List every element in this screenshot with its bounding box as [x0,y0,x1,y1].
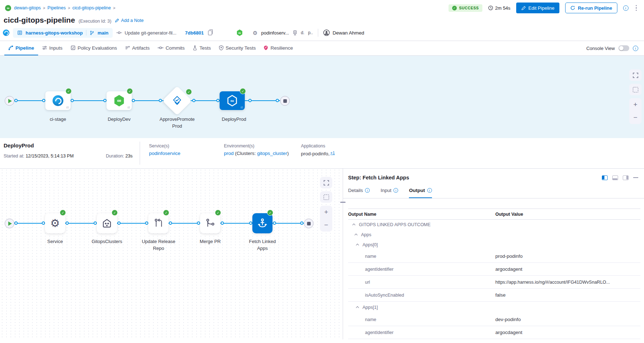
tab-artifacts[interactable]: Artifacts [121,41,154,55]
panel-divider[interactable] [343,169,343,339]
environment-short-1[interactable]: d. [301,30,305,35]
connector-dot [103,99,107,102]
panel-resize-handle[interactable] [340,202,346,203]
tab-pipeline[interactable]: Pipeline [4,41,38,55]
commits-icon [158,46,163,50]
info-icon[interactable]: i [393,188,398,193]
connector-dot [249,221,252,225]
output-row: name dev-podinfo [348,313,640,326]
console-view-label: Console View [586,46,615,51]
chevron-up-icon[interactable] [356,243,359,246]
step-canvas-controls: + − [320,177,332,232]
cluster-link[interactable]: gitops_cluster [257,151,287,156]
output-key: name [348,317,495,322]
info-icon[interactable]: i [633,46,638,51]
tab-inputs[interactable]: Inputs [38,41,67,55]
zoom-controls: + − [320,206,332,232]
output-value-url-link[interactable]: https://app.harness.io/ng/#/account/IFG4… [495,280,640,285]
layout-split-bottom-icon[interactable] [612,175,618,180]
info-icon[interactable]: i [623,5,629,11]
execution-id: (Execution Id: 3) [78,19,111,24]
rerun-pipeline-button[interactable]: Re-run Pipeline [565,3,617,13]
step-node-service[interactable]: ⚙ [45,213,65,233]
tab-resilience[interactable]: Resilience [260,41,297,55]
fullscreen-button[interactable] [629,69,641,81]
service-link[interactable]: podinfoservice [149,151,180,156]
tab-tests[interactable]: Tests [189,41,215,55]
fit-selection-button[interactable] [629,84,641,95]
applications-more-link[interactable]: +1 [330,151,335,155]
output-value: false [495,292,640,298]
tab-details[interactable]: Details i [348,183,370,198]
repo-name[interactable]: harness-gitops-workshop [26,30,83,36]
step-node-merge-pr[interactable] [200,213,220,233]
execution-duration: 2m 54s [488,5,510,11]
commit-sha[interactable]: 7db6801 [185,30,204,36]
step-node-gitopsclusters[interactable] [97,213,117,233]
chevron-up-icon[interactable] [352,223,355,226]
column-output-value: Output Value [495,212,640,217]
tab-security-tests[interactable]: Security Tests [215,41,260,55]
gitops-hexagon-icon: ∞ [114,95,125,106]
fit-selection-button[interactable] [320,191,332,203]
stage-node-ci-stage[interactable]: ⟨∕⟩ [45,91,71,110]
fullscreen-button[interactable] [320,177,332,188]
zoom-in-button[interactable]: + [320,206,332,219]
edit-pipeline-button[interactable]: Edit Pipeline [516,3,559,13]
console-view-toggle[interactable] [618,45,629,51]
section-row-apps[interactable]: Apps [348,230,640,240]
layout-split-right-icon[interactable] [623,175,629,180]
step-node-update-release-repo[interactable] [148,213,168,233]
connector-dot [71,99,74,102]
minimize-panel-button[interactable] [633,177,638,178]
more-options-menu[interactable] [634,4,639,13]
pill-divider [86,30,86,36]
zoom-out-button[interactable]: − [320,219,332,232]
step-graph-canvas[interactable]: ⚙ ✓ ✓ ✓ ✓ ✓ Service GitopsClusters Updat [0,169,343,339]
edit-pipeline-label: Edit Pipeline [528,5,554,11]
stage-node-deployprod[interactable]: ∞ ⟨∕⟩ [220,91,245,110]
zoom-out-button[interactable]: − [629,111,641,124]
copy-icon[interactable] [208,31,212,35]
tab-policy-evaluations[interactable]: Policy Evaluations [67,41,121,55]
breadcrumb-pipeline[interactable]: cicd-gitops-pipeline [72,5,111,10]
add-note-button[interactable]: Add a Note [115,18,144,23]
section-row-apps-0[interactable]: Apps[0] [348,240,640,250]
layout-split-left-icon[interactable] [602,175,608,180]
tab-commits[interactable]: Commits [154,41,189,55]
chevron-up-icon[interactable] [356,306,359,309]
page-title: cicd-gitops-pipeline [4,16,75,24]
stage-node-deploydev[interactable]: ∞ ⟨∕⟩ [107,91,132,110]
environment-link[interactable]: prod [224,151,234,156]
gitops-hexagon-icon: ∞ [227,95,238,106]
info-icon[interactable]: i [365,188,370,193]
section-row-gitops-outcome[interactable]: GITOPS LINKED APPS OUTCOME [348,220,640,230]
step-label: Fetch Linked Apps [246,238,279,252]
info-icon[interactable]: i [427,188,432,193]
user-name: Dewan Ahmed [333,30,364,36]
output-value: argocdagent [495,330,640,335]
tab-input[interactable]: Input i [380,183,398,198]
applications-value: prod-podinfo,+1 [301,151,335,156]
step-label: Update Release Repo [138,238,179,252]
tab-output[interactable]: Output i [409,183,432,198]
connector-dot [273,221,276,225]
ci-stage-icon [53,95,63,106]
step-details-panel: Step: Fetch Linked Apps Details i Input … [343,169,644,339]
section-row-apps-1[interactable]: Apps[1] [348,302,640,313]
step-node-fetch-linked-apps[interactable] [252,213,273,233]
branch-name[interactable]: main [98,30,108,36]
stage-label: DeployProd [209,116,259,123]
breadcrumb-pipelines[interactable]: Pipelines [48,5,66,10]
chevron-up-icon[interactable] [355,233,357,236]
connector-dot [192,99,195,102]
output-row: name prod-podinfo [348,250,640,263]
service-name-short[interactable]: podinfoserv... [261,30,289,36]
zoom-in-button[interactable]: + [629,98,641,111]
repo-branch-pill[interactable]: harness-gitops-workshop main [13,28,113,38]
stage-graph-canvas[interactable]: ⟨∕⟩ ✓ ∞ ⟨∕⟩ ✓ ✓ ∞ ⟨∕⟩ ✓ ci-stage DeployD… [0,56,644,138]
ci-module-icon [3,29,9,36]
breadcrumb-org[interactable]: dewan-gitops [14,5,41,10]
environment-short-2[interactable]: p.. [308,30,313,35]
policy-icon [71,45,76,50]
